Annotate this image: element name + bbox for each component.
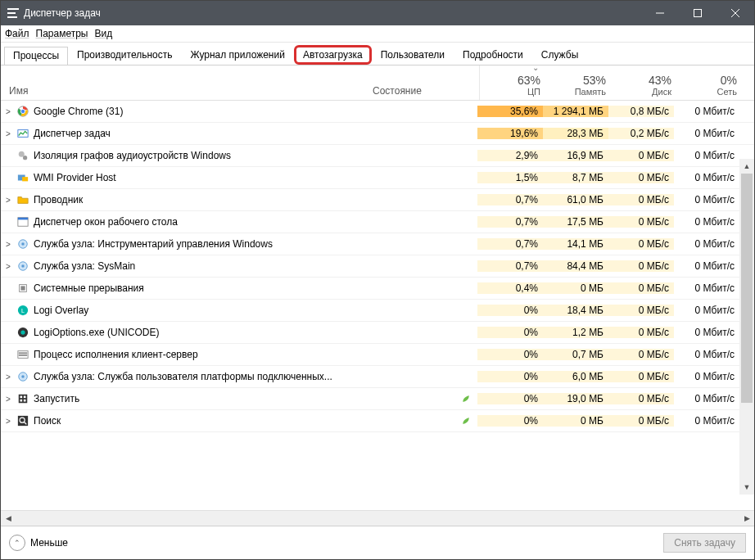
table-row[interactable]: Системные прерывания0,4%0 МБ0 МБ/с0 Мбит… (1, 278, 754, 300)
chevron-up-icon: ⌃ (9, 535, 25, 551)
process-name: Поиск (30, 415, 364, 427)
scroll-right-icon[interactable]: ▶ (739, 511, 754, 526)
close-button[interactable] (717, 1, 754, 25)
cell-mem: 14,1 МБ (543, 238, 608, 250)
cell-net: 0 Мбит/с (674, 216, 739, 228)
cell-disk: 0 МБ/с (608, 371, 674, 382)
cell-net: 0 Мбит/с (674, 415, 739, 427)
cell-cpu: 0% (477, 371, 543, 382)
column-name[interactable]: Имя (1, 85, 369, 100)
fewer-details-button[interactable]: ⌃ Меньше (9, 535, 68, 551)
table-row[interactable]: >Запустить0%19,0 МБ0 МБ/с0 Мбит/с (1, 388, 754, 410)
process-state (364, 394, 477, 404)
tab-app-history[interactable]: Журнал приложений (182, 46, 294, 64)
process-name: WMI Provider Host (30, 172, 364, 183)
table-row[interactable]: >Служба узла: Инструментарий управления … (1, 233, 754, 255)
cell-disk: 0 МБ/с (608, 216, 674, 228)
dwm-icon (16, 215, 30, 228)
scroll-up-icon[interactable]: ▲ (739, 159, 754, 174)
cell-disk: 0 МБ/с (608, 282, 674, 294)
table-row[interactable]: LLogi Overlay0%18,4 МБ0 МБ/с0 Мбит/с (1, 300, 754, 322)
svg-rect-13 (18, 218, 28, 220)
tab-processes[interactable]: Процессы (4, 47, 68, 65)
horizontal-scrollbar[interactable]: ◀ ▶ (1, 510, 754, 526)
logi-icon: L (16, 304, 30, 317)
title-bar[interactable]: Диспетчер задач (1, 1, 754, 25)
cell-mem: 8,7 МБ (543, 172, 608, 183)
maximize-button[interactable] (679, 1, 717, 25)
cell-cpu: 19,6% (477, 128, 543, 139)
expand-toggle[interactable]: > (1, 240, 16, 249)
column-state[interactable]: Состояние (369, 85, 479, 100)
expand-toggle[interactable]: > (1, 395, 16, 404)
logi2-icon (16, 326, 30, 339)
cell-net: 0 Мбит/с (674, 393, 739, 404)
tab-details[interactable]: Подробности (454, 46, 532, 64)
scroll-down-icon[interactable]: ▼ (739, 480, 754, 495)
cell-disk: 0,8 МБ/с (608, 106, 674, 117)
scroll-thumb[interactable] (741, 174, 753, 403)
column-disk[interactable]: 43% Диск (611, 74, 676, 100)
tab-users[interactable]: Пользователи (372, 46, 454, 64)
tab-services[interactable]: Службы (532, 46, 587, 64)
bottom-bar: ⌃ Меньше Снять задачу (1, 526, 754, 559)
expand-toggle[interactable]: > (1, 417, 16, 426)
minimize-button[interactable] (641, 1, 679, 25)
svg-point-6 (20, 109, 25, 113)
sort-indicator-icon: ⌄ (532, 65, 539, 72)
table-row[interactable]: >Google Chrome (31)35,6%1 294,1 МБ0,8 МБ… (1, 101, 754, 123)
svg-point-28 (21, 375, 25, 378)
cell-cpu: 0% (477, 327, 543, 338)
svc-icon (16, 370, 30, 383)
table-row[interactable]: LogiOptions.exe (UNICODE)0%1,2 МБ0 МБ/с0… (1, 322, 754, 344)
disk-label: Диск (611, 87, 671, 97)
mem-percent: 53% (545, 74, 606, 87)
column-memory[interactable]: 53% Память (545, 74, 611, 100)
cell-mem: 0,7 МБ (543, 349, 608, 360)
menu-view[interactable]: Вид (94, 28, 112, 39)
process-name: Запустить (30, 393, 364, 404)
cell-net: 0 Мбит/с (674, 371, 739, 382)
search-icon (16, 414, 30, 427)
expand-toggle[interactable]: > (1, 373, 16, 382)
table-row[interactable]: >Поиск0%0 МБ0 МБ/с0 Мбит/с (1, 410, 754, 432)
chrome-icon (16, 105, 30, 118)
svg-rect-31 (24, 396, 26, 399)
column-network[interactable]: 0% Сеть (676, 74, 742, 100)
table-row[interactable]: >Служба узла: SysMain0,7%84,4 МБ0 МБ/с0 … (1, 255, 754, 278)
cell-cpu: 0% (477, 349, 543, 360)
svg-rect-19 (20, 286, 25, 290)
table-row[interactable]: >Служба узла: Служба пользователя платфо… (1, 366, 754, 388)
menu-file[interactable]: Файл (5, 28, 29, 39)
table-row[interactable]: Процесс исполнения клиент-сервер0%0,7 МБ… (1, 344, 754, 366)
cell-net: 0 Мбит/с (674, 305, 739, 316)
process-name: Logi Overlay (30, 305, 364, 316)
tab-performance[interactable]: Производительность (68, 46, 181, 64)
column-cpu[interactable]: ⌄ 63% ЦП (479, 65, 545, 100)
table-row[interactable]: Изоляция графов аудиоустройств Windows2,… (1, 145, 754, 167)
table-row[interactable]: >Диспетчер задач19,6%28,3 МБ0,2 МБ/с0 Мб… (1, 123, 754, 145)
expand-toggle[interactable]: > (1, 262, 16, 271)
process-name: Служба узла: SysMain (30, 260, 364, 272)
cell-cpu: 0% (477, 305, 543, 316)
svg-text:L: L (21, 308, 25, 314)
table-row[interactable]: Диспетчер окон рабочего стола0,7%17,5 МБ… (1, 211, 754, 233)
expand-toggle[interactable]: > (1, 107, 16, 116)
process-table: Имя Состояние ⌄ 63% ЦП 53% Память 43% Ди… (1, 65, 754, 526)
table-row[interactable]: >Проводник0,7%61,0 МБ0 МБ/с0 Мбит/с (1, 189, 754, 211)
expand-toggle[interactable]: > (1, 196, 16, 205)
cell-cpu: 0,7% (477, 194, 543, 205)
vertical-scrollbar[interactable]: ▲ ▼ (739, 159, 754, 495)
end-task-button[interactable]: Снять задачу (663, 533, 746, 553)
menu-options[interactable]: Параметры (36, 28, 88, 39)
svg-rect-1 (694, 10, 702, 17)
scroll-track[interactable] (739, 174, 754, 480)
cell-mem: 28,3 МБ (543, 128, 608, 139)
expand-toggle[interactable]: > (1, 129, 16, 138)
scroll-left-icon[interactable]: ◀ (1, 511, 16, 526)
net-label: Сеть (676, 87, 737, 97)
tab-startup[interactable]: Автозагрузка (294, 45, 372, 65)
table-row[interactable]: WMI Provider Host1,5%8,7 МБ0 МБ/с0 Мбит/… (1, 167, 754, 189)
cell-mem: 19,0 МБ (543, 393, 608, 404)
window-title: Диспетчер задач (24, 7, 641, 19)
